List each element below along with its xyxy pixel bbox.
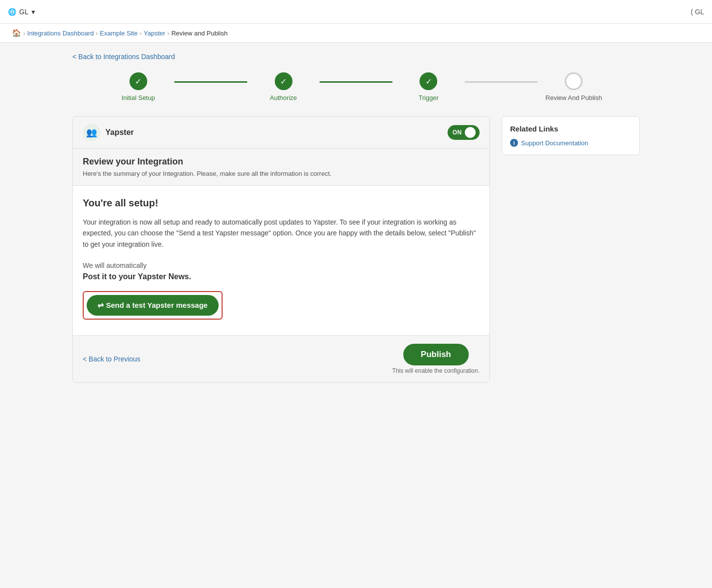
integration-card: 👥 Yapster ON Review your Integration Her… xyxy=(72,116,490,383)
step-label-2: Authorize xyxy=(270,94,297,101)
main-container: < Back to Integrations Dashboard ✓ Initi… xyxy=(61,43,651,392)
step-trigger: ✓ Trigger xyxy=(392,72,465,101)
support-link-label: Support Documentation xyxy=(521,139,588,147)
breadcrumb-item-current: Review and Publish xyxy=(171,30,227,37)
toggle-knob xyxy=(465,127,476,138)
step-circle-3: ✓ xyxy=(420,72,437,90)
globe-icon: 🌐 xyxy=(8,8,16,16)
step-circle-4 xyxy=(565,72,583,90)
top-bar: 🌐 GL ▾ ( GL xyxy=(0,0,712,24)
publish-note: This will enable the configuration. xyxy=(392,367,480,374)
setup-section: You're all setup! Your integration is no… xyxy=(73,186,489,335)
setup-title: You're all setup! xyxy=(83,197,480,209)
breadcrumb-item-yapster[interactable]: Yapster xyxy=(144,30,165,37)
step-circle-1: ✓ xyxy=(129,72,147,90)
step-circle-2: ✓ xyxy=(275,72,292,90)
sidebar: Related Links i Support Documentation xyxy=(502,116,640,155)
send-test-button[interactable]: ⇌ Send a test Yapster message xyxy=(87,295,219,316)
step-label-4: Review And Publish xyxy=(546,94,602,101)
footer-right: Publish This will enable the configurati… xyxy=(392,344,480,374)
home-icon: 🏠 xyxy=(12,29,21,37)
yapster-logo: 👥 xyxy=(83,124,100,141)
locale-selector[interactable]: 🌐 GL ▾ xyxy=(8,8,35,16)
step-initial-setup: ✓ Initial Setup xyxy=(102,72,174,101)
review-subtitle: Here's the summary of your Integration. … xyxy=(83,170,480,177)
locale-arrow: ▾ xyxy=(32,8,35,16)
post-label: Post it to your Yapster News. xyxy=(83,272,480,281)
connector-1-2 xyxy=(174,81,247,83)
publish-button[interactable]: Publish xyxy=(403,344,469,365)
connector-2-3 xyxy=(320,81,392,83)
back-to-dashboard-link[interactable]: < Back to Integrations Dashboard xyxy=(72,53,175,61)
integration-name: Yapster xyxy=(105,128,134,137)
related-links-widget: Related Links i Support Documentation xyxy=(502,116,640,155)
top-bar-right: ( GL xyxy=(691,8,704,16)
related-links-title: Related Links xyxy=(510,125,631,133)
review-title: Review your Integration xyxy=(83,157,480,167)
integration-title: 👥 Yapster xyxy=(83,124,134,141)
content-layout: 👥 Yapster ON Review your Integration Her… xyxy=(72,116,640,383)
breadcrumb-sep-3: › xyxy=(167,30,169,37)
toggle-label: ON xyxy=(453,129,462,136)
breadcrumb-sep-0: › xyxy=(23,30,25,37)
breadcrumb-sep-1: › xyxy=(96,30,98,37)
step-label-3: Trigger xyxy=(419,94,439,101)
breadcrumb-home[interactable]: 🏠 xyxy=(12,29,21,37)
step-review-publish: Review And Publish xyxy=(538,72,610,101)
step-authorize: ✓ Authorize xyxy=(247,72,320,101)
auto-label: We will automatically xyxy=(83,261,480,269)
breadcrumb-item-site[interactable]: Example Site xyxy=(100,30,138,37)
breadcrumb-item-dashboard[interactable]: Integrations Dashboard xyxy=(27,30,94,37)
setup-body: Your integration is now all setup and re… xyxy=(83,217,480,250)
support-documentation-link[interactable]: i Support Documentation xyxy=(510,139,631,147)
breadcrumb: 🏠 › Integrations Dashboard › Example Sit… xyxy=(0,24,712,43)
main-content: 👥 Yapster ON Review your Integration Her… xyxy=(72,116,490,383)
info-icon: i xyxy=(510,139,518,147)
step-label-1: Initial Setup xyxy=(122,94,155,101)
test-button-highlight: ⇌ Send a test Yapster message xyxy=(83,291,223,320)
integration-header: 👥 Yapster ON xyxy=(73,117,489,149)
breadcrumb-sep-2: › xyxy=(139,30,141,37)
locale-label: GL xyxy=(19,8,29,16)
toggle-switch[interactable]: ON xyxy=(448,125,480,140)
back-previous-link[interactable]: < Back to Previous xyxy=(83,355,140,363)
progress-stepper: ✓ Initial Setup ✓ Authorize ✓ Trigger Re… xyxy=(72,72,640,101)
connector-3-4 xyxy=(465,81,537,83)
card-footer: < Back to Previous Publish This will ena… xyxy=(73,335,489,382)
review-section: Review your Integration Here's the summa… xyxy=(73,149,489,186)
